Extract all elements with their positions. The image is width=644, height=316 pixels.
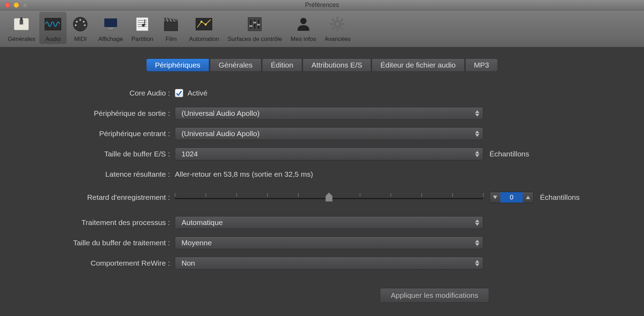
clapper-icon	[162, 15, 180, 34]
latency-label: Latence résultante :	[56, 170, 175, 178]
buffer-label: Taille de buffer E/S :	[56, 150, 175, 158]
row-proc-buffer: Taille du buffer de traitement : Moyenne	[56, 236, 588, 250]
svg-marker-48	[475, 134, 479, 137]
titlebar: Préférences	[0, 0, 644, 10]
form: Core Audio : Activé Périphérique de sort…	[56, 86, 588, 303]
toolbar-automation[interactable]: Automation	[185, 12, 223, 44]
svg-point-27	[205, 23, 207, 26]
record-delay-value[interactable]: 0	[500, 192, 523, 203]
proc-buffer-value: Moyenne	[181, 239, 212, 247]
buffer-value: 1024	[181, 150, 198, 158]
stepper-up-icon[interactable]	[523, 192, 533, 203]
row-latency: Latence résultante : Aller-retour en 53,…	[56, 167, 588, 182]
svg-marker-54	[475, 219, 479, 222]
svg-rect-3	[45, 18, 61, 30]
toolbar-label: Partition	[131, 36, 153, 43]
tab-mp3[interactable]: MP3	[465, 58, 498, 72]
toolbar-film[interactable]: Film	[157, 12, 185, 44]
row-record-delay: Retard d'enregistrement :	[56, 190, 588, 205]
svg-marker-51	[326, 192, 333, 202]
stepper-arrows-icon	[475, 131, 479, 137]
svg-rect-10	[104, 18, 117, 27]
row-output-device: Périphérique de sortie : (Universal Audi…	[56, 106, 588, 121]
tab-editeur-audio[interactable]: Éditeur de fichier audio	[372, 58, 465, 72]
svg-marker-56	[475, 240, 479, 243]
rewire-label: Comportement ReWire :	[56, 259, 175, 267]
stepper-arrows-icon	[475, 260, 479, 266]
score-icon	[133, 15, 152, 34]
svg-rect-19	[144, 20, 145, 25]
svg-marker-47	[475, 131, 479, 133]
gear-icon	[328, 15, 347, 34]
svg-marker-59	[475, 264, 479, 266]
svg-rect-20	[164, 22, 178, 31]
tab-peripheriques[interactable]: Périphériques	[146, 58, 209, 72]
toolbar-generales[interactable]: Générales	[4, 12, 39, 44]
toolbar-audio[interactable]: Audio	[39, 12, 67, 44]
row-rewire: Comportement ReWire : Non	[56, 256, 588, 271]
svg-line-41	[332, 19, 334, 21]
svg-line-44	[332, 28, 334, 29]
toolbar-partition[interactable]: Partition	[127, 12, 157, 44]
svg-marker-49	[475, 151, 479, 154]
tab-generales[interactable]: Générales	[210, 58, 261, 72]
svg-marker-53	[526, 196, 530, 199]
tab-attributions[interactable]: Attributions E/S	[303, 58, 371, 72]
apply-row: Appliquer les modifications	[56, 288, 489, 303]
threads-select[interactable]: Automatique	[175, 216, 483, 229]
rewire-select[interactable]: Non	[175, 257, 483, 269]
toolbar-label: Audio	[46, 36, 61, 43]
svg-marker-52	[493, 196, 497, 199]
svg-rect-12	[107, 29, 115, 30]
row-threads: Traitement des processus : Automatique	[56, 215, 588, 230]
svg-marker-50	[475, 154, 479, 157]
close-icon[interactable]	[5, 2, 10, 8]
output-select[interactable]: (Universal Audio Apollo)	[175, 107, 483, 120]
stepper-arrows-icon	[475, 151, 479, 157]
minimize-icon[interactable]	[14, 2, 19, 8]
toolbar-affichage[interactable]: Affichage	[94, 12, 127, 44]
slider-thumb-icon[interactable]	[325, 192, 333, 202]
svg-rect-32	[249, 25, 252, 27]
svg-marker-57	[475, 243, 479, 246]
svg-marker-55	[475, 223, 479, 226]
switch-icon	[12, 15, 31, 34]
svg-line-43	[341, 19, 343, 21]
row-core-audio: Core Audio : Activé	[56, 86, 588, 100]
record-delay-label: Retard d'enregistrement :	[56, 193, 175, 202]
svg-marker-58	[475, 260, 479, 263]
content: Périphériques Générales Édition Attribut…	[0, 47, 644, 316]
record-delay-slider[interactable]	[175, 190, 483, 204]
buffer-select[interactable]: 1024	[175, 148, 483, 160]
toolbar-label: Affichage	[98, 36, 123, 43]
toolbar-midi[interactable]: MIDI	[67, 12, 94, 44]
input-select[interactable]: (Universal Audio Apollo)	[175, 127, 483, 140]
svg-rect-34	[257, 24, 260, 26]
svg-point-26	[200, 21, 203, 23]
row-input-device: Périphérique entrant : (Universal Audio …	[56, 126, 588, 141]
svg-point-8	[75, 24, 77, 26]
proc-buffer-select[interactable]: Moyenne	[175, 237, 483, 249]
svg-rect-11	[108, 28, 113, 29]
faders-icon	[245, 15, 264, 34]
toolbar-label: Générales	[8, 36, 35, 43]
apply-button[interactable]: Appliquer les modifications	[380, 288, 489, 303]
person-icon	[294, 15, 313, 34]
toolbar-avancees[interactable]: Avancées	[320, 12, 355, 44]
svg-point-6	[76, 21, 78, 23]
stepper-arrows-icon	[475, 219, 479, 226]
stepper-arrows-icon	[475, 240, 479, 246]
input-label: Périphérique entrant :	[56, 129, 175, 138]
toolbar-mesinfos[interactable]: Mes infos	[286, 12, 320, 44]
svg-marker-46	[475, 114, 479, 117]
svg-point-18	[142, 24, 145, 27]
stepper-down-icon[interactable]	[490, 192, 500, 203]
core-audio-label: Core Audio :	[56, 89, 175, 97]
rewire-value: Non	[181, 259, 195, 267]
toolbar-surfaces[interactable]: Surfaces de contrôle	[223, 12, 286, 44]
zoom-icon[interactable]	[22, 2, 28, 8]
record-delay-stepper: 0	[489, 192, 534, 203]
threads-label: Traitement des processus :	[56, 218, 175, 227]
tab-edition[interactable]: Édition	[262, 58, 302, 72]
core-audio-checkbox[interactable]	[175, 89, 183, 97]
